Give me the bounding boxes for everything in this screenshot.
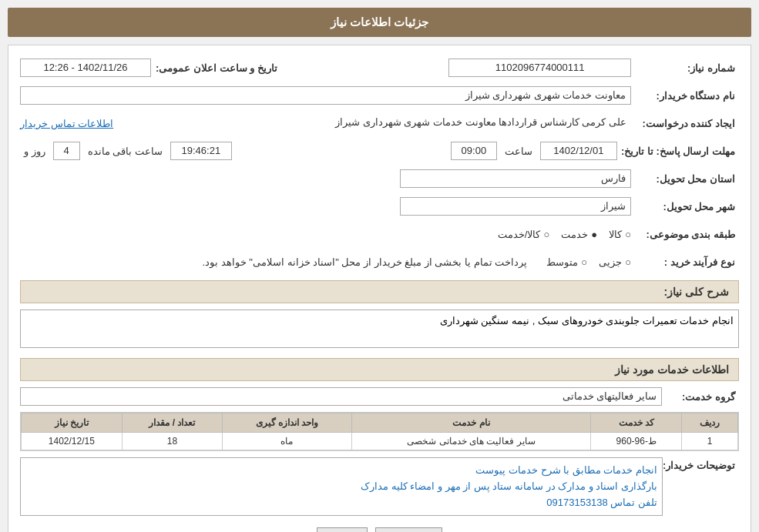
category-khedmat-label: خدمت — [561, 229, 588, 240]
need-desc-section-title: شرح کلی نیاز: — [20, 280, 739, 303]
col-qty: تعداد / مقدار — [122, 413, 223, 433]
col-code: کد خدمت — [591, 413, 682, 433]
cell-unit: ماه — [223, 433, 351, 450]
page-title: جزئیات اطلاعات نیاز — [8, 8, 751, 37]
service-group-value: سایر فعالیتهای خدماتی — [20, 387, 662, 406]
radio-jozii: ○ — [625, 256, 631, 268]
col-name: نام خدمت — [351, 413, 591, 433]
days-label: روز و — [24, 146, 45, 157]
process-option-jozii[interactable]: ○ جزیی — [599, 256, 631, 268]
buyer-org-label: نام دستگاه خریدار: — [631, 90, 739, 102]
contact-link[interactable]: اطلاعات تماس خریدار — [20, 118, 113, 129]
cell-code: ط-96-960 — [591, 433, 682, 450]
cell-row: 1 — [682, 433, 738, 450]
process-jozii-label: جزیی — [599, 256, 622, 268]
category-option-kala-khedmat[interactable]: ○ کالا/خدمت — [498, 229, 549, 240]
col-date: تاریخ نیاز — [22, 413, 123, 433]
services-table-container: ردیف کد خدمت نام خدمت واحد اندازه گیری ت… — [20, 412, 739, 451]
send-date: 1402/12/01 — [540, 142, 617, 160]
category-radio-group: ○ کالا ● خدمت ○ کالا/خدمت — [498, 229, 631, 240]
radio-kala: ○ — [625, 229, 631, 240]
days-value: 4 — [53, 142, 80, 160]
process-radio-group: ○ جزیی ○ متوسط — [546, 256, 631, 268]
need-desc-textarea[interactable] — [20, 309, 739, 348]
process-note: پرداخت تمام یا بخشی از مبلغ خریدار از مح… — [202, 256, 527, 268]
creator-value: علی کرمی کارشناس قراردادها معاونت خدمات … — [119, 114, 631, 132]
radio-motavasset: ○ — [581, 256, 587, 268]
announce-value: 1402/11/26 - 12:26 — [20, 59, 151, 77]
province-label: استان محل تحویل: — [631, 173, 739, 185]
table-row: 1 ط-96-960 سایر فعالیت های خدماتی شخصی م… — [22, 433, 738, 450]
button-row: بازگشت چاپ — [20, 527, 739, 532]
city-value: شیراز — [400, 197, 631, 216]
process-motavasset-label: متوسط — [546, 256, 578, 268]
print-button[interactable]: چاپ — [317, 527, 368, 532]
time-remain-label: ساعت باقی مانده — [88, 146, 163, 157]
countdown-time: 19:46:21 — [170, 142, 232, 160]
category-label: طبقه بندی موضوعی: — [631, 229, 739, 240]
cell-qty: 18 — [122, 433, 223, 450]
process-option-motavasset[interactable]: ○ متوسط — [546, 256, 587, 268]
creator-label: ایجاد کننده درخواست: — [631, 118, 739, 129]
buyer-notes-section: توضیحات خریدار: انجام خدمات مطابق با شرح… — [20, 457, 739, 516]
send-time-label-text: ساعت — [505, 146, 532, 157]
buyer-org-value: معاونت خدمات شهری شهرداری شیراز — [20, 86, 631, 105]
back-button[interactable]: بازگشت — [375, 527, 442, 532]
cell-name: سایر فعالیت های خدماتی شخصی — [351, 433, 591, 450]
need-number-label: شماره نیاز: — [631, 62, 739, 74]
category-kala-label: کالا — [609, 229, 622, 240]
cell-date: 1402/12/15 — [22, 433, 123, 450]
buyer-notes-label: توضیحات خریدار: — [663, 457, 739, 471]
service-group-label: گروه خدمت: — [662, 391, 739, 403]
radio-khedmat: ● — [591, 229, 597, 240]
service-info-section-title: اطلاعات خدمات مورد نیاز — [20, 358, 739, 381]
buyer-note-line-1: انجام خدمات مطابق با شرح خدمات پیوست — [25, 463, 657, 479]
col-unit: واحد اندازه گیری — [223, 413, 351, 433]
buyer-note-line-2: بارگذاری اسناد و مدارک در سامانه ستاد پس… — [25, 479, 657, 495]
announce-label: تاریخ و ساعت اعلان عمومی: — [156, 62, 277, 74]
buyer-notes-box: انجام خدمات مطابق با شرح خدمات پیوست بار… — [20, 457, 663, 516]
send-deadline-label: مهلت ارسال پاسخ: تا تاریخ: — [621, 146, 739, 157]
category-option-kala[interactable]: ○ کالا — [609, 229, 631, 240]
col-row: ردیف — [682, 413, 738, 433]
send-time: 09:00 — [451, 142, 497, 160]
radio-kala-khedmat: ○ — [543, 229, 549, 240]
category-kala-khedmat-label: کالا/خدمت — [498, 229, 541, 240]
services-table: ردیف کد خدمت نام خدمت واحد اندازه گیری ت… — [21, 413, 738, 450]
need-number-value: 1102096774000111 — [448, 59, 631, 77]
city-label: شهر محل تحویل: — [631, 201, 739, 212]
category-option-khedmat[interactable]: ● خدمت — [561, 229, 597, 240]
buyer-note-line-3: تلفن تماس 09173153138 — [25, 495, 657, 511]
process-label: نوع فرآیند خرید : — [631, 256, 739, 268]
province-value: فارس — [400, 169, 631, 188]
